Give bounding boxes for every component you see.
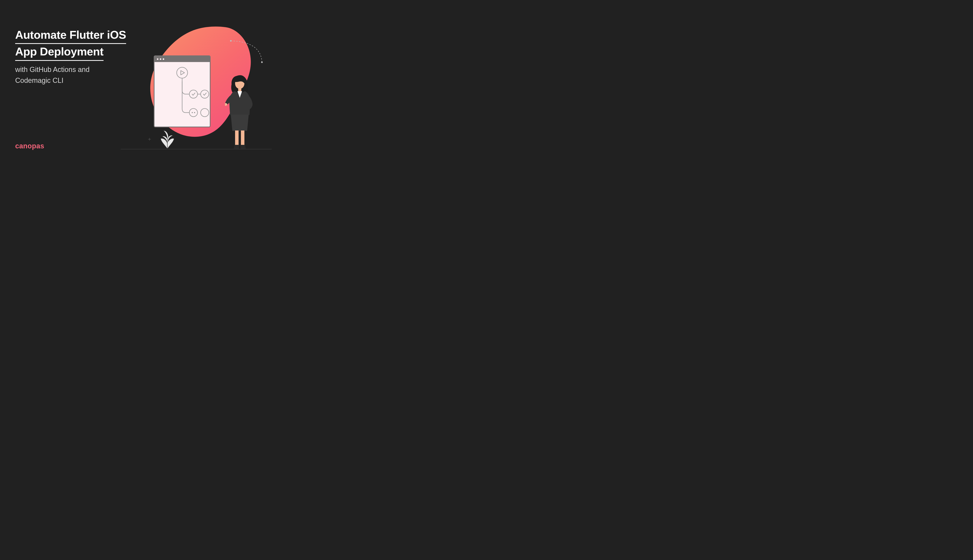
brand-logo: canopas bbox=[15, 142, 44, 150]
svg-point-8 bbox=[192, 112, 193, 113]
window-dot bbox=[163, 58, 164, 60]
svg-rect-11 bbox=[238, 88, 241, 91]
svg-point-6 bbox=[189, 108, 197, 117]
title: Automate Flutter iOS App Deployment bbox=[15, 27, 126, 61]
plant-illustration bbox=[159, 128, 176, 149]
svg-point-5 bbox=[201, 90, 209, 98]
svg-point-4 bbox=[189, 90, 197, 98]
title-line-2: App Deployment bbox=[15, 44, 104, 61]
svg-point-0 bbox=[230, 40, 232, 42]
svg-point-3 bbox=[177, 67, 187, 78]
workflow-diagram bbox=[154, 62, 210, 127]
svg-rect-13 bbox=[235, 130, 239, 146]
workflow-window bbox=[154, 55, 211, 127]
presenter-illustration bbox=[225, 73, 256, 149]
svg-point-9 bbox=[194, 112, 195, 113]
title-line-1: Automate Flutter iOS bbox=[15, 27, 126, 44]
subtitle-line-2: Codemagic CLI bbox=[15, 75, 90, 86]
window-dot bbox=[157, 58, 159, 60]
subtitle-line-1: with GitHub Actions and bbox=[15, 64, 90, 75]
poster: Automate Flutter iOS App Deployment with… bbox=[0, 0, 283, 159]
window-dot bbox=[160, 58, 161, 60]
dashed-connector bbox=[229, 39, 272, 64]
window-titlebar bbox=[154, 56, 210, 62]
svg-point-7 bbox=[201, 108, 209, 117]
svg-rect-14 bbox=[241, 130, 244, 146]
svg-point-1 bbox=[261, 62, 263, 63]
subtitle: with GitHub Actions and Codemagic CLI bbox=[15, 64, 90, 86]
